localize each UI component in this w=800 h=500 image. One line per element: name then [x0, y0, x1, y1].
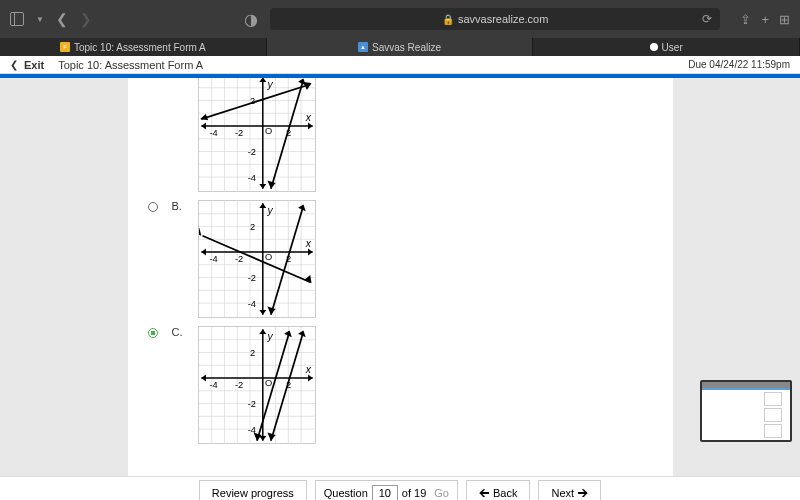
svg-marker-50	[199, 226, 204, 235]
radio-b[interactable]	[148, 202, 158, 212]
svg-marker-79	[259, 436, 266, 441]
svg-text:-4: -4	[247, 425, 255, 435]
svg-text:-4: -4	[247, 173, 255, 183]
svg-text:-2: -2	[234, 380, 242, 390]
answer-option-c[interactable]: C. -4-22 2-2-4 xy	[148, 326, 653, 444]
question-total: of 19	[402, 487, 426, 499]
browser-toolbar: ▼ ❮ ❯ ◑ 🔒 savvasrealize.com ⟳ ⇪ + ⊞	[0, 0, 800, 38]
svg-marker-46	[201, 249, 206, 256]
svg-marker-15	[201, 123, 206, 130]
shield-icon[interactable]: ◑	[244, 10, 258, 29]
question-nav: Question of 19 Go	[315, 480, 458, 501]
svg-text:-4: -4	[209, 380, 217, 390]
tab-assessment-form[interactable]: F Topic 10: Assessment Form A	[0, 38, 267, 56]
content-panel: A. -4-22 2-2-4 xy	[128, 78, 673, 476]
svg-text:2: 2	[250, 222, 255, 232]
svg-text:x: x	[304, 112, 311, 123]
nav-forward-icon: ❯	[80, 11, 92, 27]
svg-marker-83	[267, 433, 275, 441]
svg-text:y: y	[266, 79, 273, 90]
svg-marker-78	[259, 329, 266, 334]
svg-marker-77	[201, 375, 206, 382]
nav-back-icon[interactable]: ❮	[56, 11, 68, 27]
plot-line-1	[202, 236, 310, 282]
svg-marker-76	[308, 375, 313, 382]
chevron-down-icon[interactable]: ▼	[36, 15, 44, 24]
svg-marker-45	[308, 249, 313, 256]
option-label-c: C.	[172, 326, 188, 444]
svg-marker-17	[259, 184, 266, 189]
option-label-b: B.	[172, 200, 188, 318]
graph-b: -4-22 2-2-4 xy O	[198, 200, 316, 318]
tab-label: Topic 10: Assessment Form A	[74, 42, 206, 53]
svg-text:-2: -2	[234, 254, 242, 264]
svg-text:y: y	[266, 331, 273, 342]
exit-link[interactable]: ❮ Exit Topic 10: Assessment Form A	[10, 59, 203, 71]
svg-text:-4: -4	[209, 128, 217, 138]
svg-text:O: O	[265, 252, 272, 262]
back-button[interactable]: 🡨 Back	[466, 480, 531, 501]
lock-icon: 🔒	[442, 14, 454, 25]
svg-marker-49	[304, 274, 314, 284]
svg-marker-16	[259, 78, 266, 82]
svg-marker-52	[267, 307, 275, 315]
tab-savvas-realize[interactable]: ▲ Savvas Realize	[267, 38, 534, 56]
radio-c[interactable]	[148, 328, 158, 338]
svg-text:O: O	[265, 378, 272, 388]
user-icon	[650, 43, 658, 51]
svg-text:y: y	[266, 205, 273, 216]
question-label: Question	[324, 487, 368, 499]
tab-label: Savvas Realize	[372, 42, 441, 53]
svg-text:O: O	[265, 126, 272, 136]
plot-line-1	[257, 332, 289, 441]
svg-marker-47	[259, 203, 266, 208]
svg-text:-2: -2	[234, 128, 242, 138]
chevron-left-icon: ❮	[10, 59, 18, 70]
app-header: ❮ Exit Topic 10: Assessment Form A Due 0…	[0, 56, 800, 74]
svg-text:2: 2	[286, 380, 291, 390]
svg-text:-4: -4	[209, 254, 217, 264]
tab-label: User	[662, 42, 683, 53]
svg-text:-2: -2	[247, 273, 255, 283]
svg-marker-21	[267, 181, 275, 189]
tab-icon: ▲	[358, 42, 368, 52]
url-text: savvasrealize.com	[458, 13, 548, 25]
content-area: A. -4-22 2-2-4 xy	[0, 78, 800, 476]
tab-bar: F Topic 10: Assessment Form A ▲ Savvas R…	[0, 38, 800, 56]
svg-text:2: 2	[286, 254, 291, 264]
review-progress-button[interactable]: Review progress	[199, 480, 307, 501]
tab-user[interactable]: User	[533, 38, 800, 56]
svg-marker-14	[308, 123, 313, 130]
minimap-preview[interactable]	[700, 380, 792, 442]
answer-option-b[interactable]: B. -4-22 2-2-4 xy	[148, 200, 653, 318]
graph-c: -4-22 2-2-4 xy O	[198, 326, 316, 444]
question-input[interactable]	[372, 485, 398, 501]
answer-option-a[interactable]: A. -4-22 2-2-4 xy	[148, 78, 653, 192]
svg-text:2: 2	[250, 96, 255, 106]
svg-text:-2: -2	[247, 147, 255, 157]
svg-text:-4: -4	[247, 299, 255, 309]
go-button[interactable]: Go	[434, 487, 449, 499]
page-title: Topic 10: Assessment Form A	[58, 59, 203, 71]
exit-label: Exit	[24, 59, 44, 71]
footer-bar: Review progress Question of 19 Go 🡨 Back…	[0, 476, 800, 500]
address-bar[interactable]: 🔒 savvasrealize.com ⟳	[270, 8, 720, 30]
tab-icon: F	[60, 42, 70, 52]
tabs-overview-icon[interactable]: ⊞	[779, 12, 790, 27]
new-tab-icon[interactable]: +	[761, 12, 769, 27]
svg-text:-2: -2	[247, 399, 255, 409]
share-icon[interactable]: ⇪	[740, 12, 751, 27]
svg-marker-48	[259, 310, 266, 315]
svg-text:2: 2	[250, 348, 255, 358]
sidebar-toggle-icon[interactable]	[10, 12, 24, 26]
svg-text:x: x	[304, 238, 311, 249]
due-date: Due 04/24/22 11:59pm	[688, 59, 790, 70]
svg-text:2: 2	[286, 128, 291, 138]
svg-text:x: x	[304, 364, 311, 375]
next-button[interactable]: Next 🡪	[538, 480, 601, 501]
refresh-icon[interactable]: ⟳	[702, 12, 712, 26]
graph-a: -4-22 2-2-4 xy O	[198, 78, 316, 192]
